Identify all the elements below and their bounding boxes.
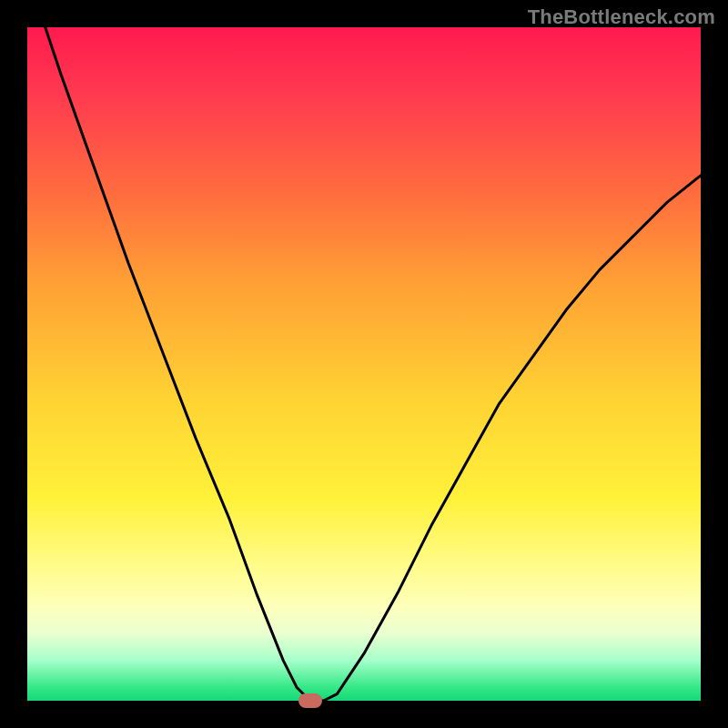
- optimal-marker: [298, 693, 322, 708]
- chart-curve: [27, 27, 701, 701]
- chart-area: [27, 27, 701, 701]
- watermark-text: TheBottleneck.com: [528, 5, 715, 29]
